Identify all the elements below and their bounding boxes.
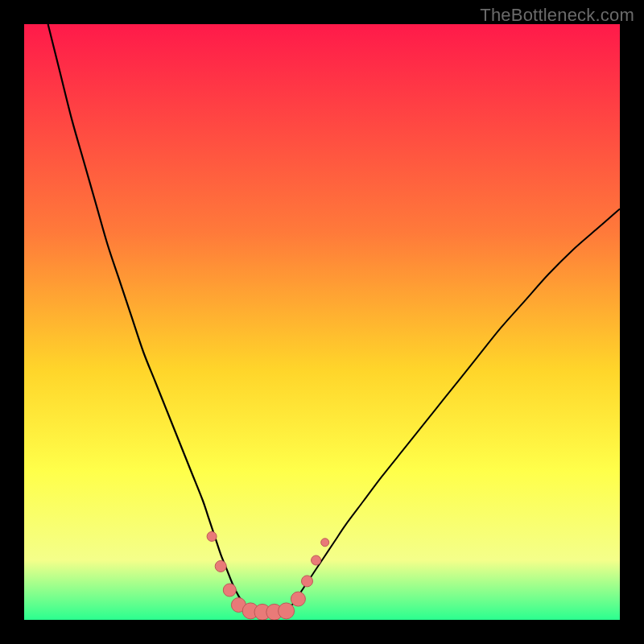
- watermark-text: TheBottleneck.com: [480, 5, 634, 26]
- gradient-background: [24, 24, 620, 620]
- data-marker: [223, 584, 236, 597]
- data-marker: [291, 592, 305, 606]
- data-marker: [215, 560, 226, 572]
- data-marker: [321, 539, 329, 547]
- plot-area: [24, 24, 620, 620]
- data-marker: [312, 555, 321, 565]
- chart-frame: TheBottleneck.com: [0, 0, 644, 644]
- chart-svg: [24, 24, 620, 620]
- data-marker: [207, 531, 217, 541]
- data-marker: [302, 576, 313, 587]
- data-marker: [279, 603, 295, 619]
